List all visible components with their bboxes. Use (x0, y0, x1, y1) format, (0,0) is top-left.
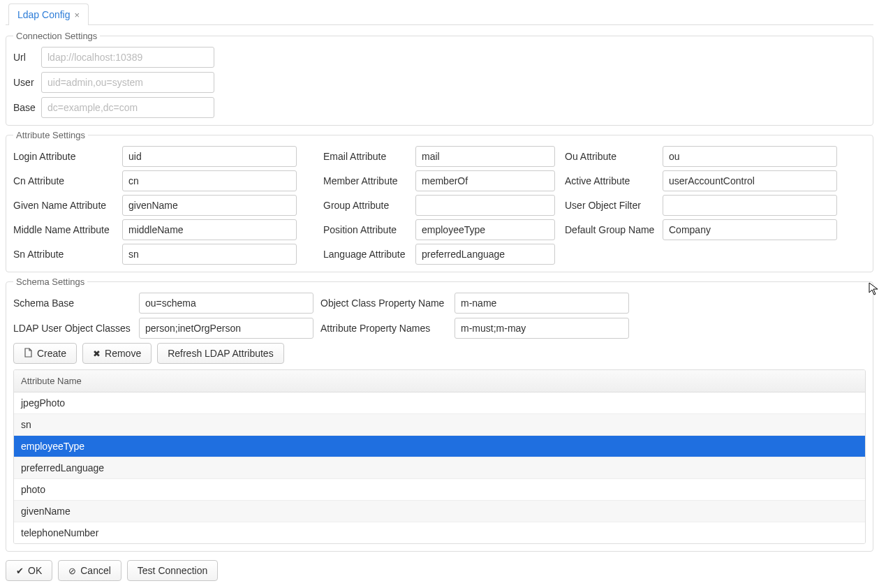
cancel-button[interactable]: ⊘ Cancel (58, 560, 121, 581)
group-attribute-label: Group Attribute (323, 200, 415, 211)
attribute-settings-legend: Attribute Settings (13, 130, 88, 140)
connection-settings-fieldset: Connection Settings Url User Base (6, 31, 873, 126)
email-attribute-label: Email Attribute (323, 151, 415, 162)
test-connection-button[interactable]: Test Connection (127, 560, 218, 581)
remove-button-label: Remove (105, 348, 141, 359)
url-label: Url (13, 52, 41, 63)
ldap-user-object-classes-input[interactable] (139, 318, 313, 339)
attribute-table: Attribute Name jpegPhotosnemployeeTypepr… (13, 369, 866, 544)
tab-label: Ldap Config (17, 9, 71, 20)
position-attribute-label: Position Attribute (323, 224, 415, 235)
url-input[interactable] (41, 47, 214, 68)
cn-attribute-label: Cn Attribute (13, 175, 122, 186)
default-group-name-input[interactable] (663, 219, 837, 240)
ok-button[interactable]: ✔ OK (6, 560, 52, 581)
table-row[interactable]: photo (14, 479, 865, 501)
refresh-ldap-attributes-button[interactable]: Refresh LDAP Attributes (157, 343, 283, 364)
object-class-property-name-input[interactable] (455, 293, 629, 314)
given-name-attribute-label: Given Name Attribute (13, 200, 122, 211)
table-row[interactable]: telephoneNumber (14, 522, 865, 543)
attribute-table-header[interactable]: Attribute Name (14, 370, 865, 392)
default-group-name-label: Default Group Name (565, 224, 663, 235)
attribute-property-names-label: Attribute Property Names (320, 323, 448, 334)
ou-attribute-input[interactable] (663, 146, 837, 167)
login-attribute-input[interactable] (122, 146, 297, 167)
close-icon[interactable]: × (75, 10, 80, 20)
tab-bar: Ldap Config × (6, 3, 873, 25)
given-name-attribute-input[interactable] (122, 195, 297, 216)
sn-attribute-label: Sn Attribute (13, 249, 122, 260)
member-attribute-input[interactable] (415, 170, 555, 191)
login-attribute-label: Login Attribute (13, 151, 122, 162)
test-connection-button-label: Test Connection (138, 565, 207, 576)
table-row[interactable]: employeeType (14, 436, 865, 457)
schema-base-label: Schema Base (13, 297, 132, 309)
cn-attribute-input[interactable] (122, 170, 297, 191)
table-row[interactable]: jpegPhoto (14, 392, 865, 414)
ok-button-label: OK (28, 565, 42, 576)
sn-attribute-input[interactable] (122, 244, 297, 265)
language-attribute-input[interactable] (415, 244, 555, 265)
table-row[interactable]: givenName (14, 501, 865, 522)
active-attribute-label: Active Attribute (565, 175, 663, 186)
attribute-property-names-input[interactable] (455, 318, 629, 339)
refresh-button-label: Refresh LDAP Attributes (168, 348, 273, 359)
attribute-settings-fieldset: Attribute Settings Login Attribute Email… (6, 130, 873, 272)
create-button[interactable]: Create (13, 343, 77, 364)
check-icon: ✔ (16, 566, 24, 575)
schema-settings-fieldset: Schema Settings Schema Base Object Class… (6, 277, 873, 552)
tab-ldap-config[interactable]: Ldap Config × (8, 3, 89, 25)
active-attribute-input[interactable] (663, 170, 837, 191)
file-icon (24, 348, 33, 359)
remove-button[interactable]: ✖ Remove (82, 343, 152, 364)
group-attribute-input[interactable] (415, 195, 555, 216)
table-row[interactable]: sn (14, 414, 865, 436)
base-label: Base (13, 102, 41, 113)
connection-settings-legend: Connection Settings (13, 31, 100, 41)
attribute-table-body[interactable]: jpegPhotosnemployeeTypepreferredLanguage… (14, 392, 865, 543)
schema-settings-legend: Schema Settings (13, 277, 87, 287)
schema-base-input[interactable] (139, 293, 313, 314)
ou-attribute-label: Ou Attribute (565, 151, 663, 162)
ldap-user-object-classes-label: LDAP User Object Classes (13, 323, 132, 334)
create-button-label: Create (37, 348, 66, 359)
user-input[interactable] (41, 72, 214, 93)
user-object-filter-label: User Object Filter (565, 200, 663, 211)
user-label: User (13, 77, 41, 88)
position-attribute-input[interactable] (415, 219, 555, 240)
x-icon: ✖ (93, 349, 101, 358)
middle-name-attribute-input[interactable] (122, 219, 297, 240)
user-object-filter-input[interactable] (663, 195, 837, 216)
cancel-button-label: Cancel (80, 565, 111, 576)
language-attribute-label: Language Attribute (323, 249, 415, 260)
member-attribute-label: Member Attribute (323, 175, 415, 186)
cancel-icon: ⊘ (68, 566, 76, 575)
email-attribute-input[interactable] (415, 146, 555, 167)
attribute-name-column-header: Attribute Name (21, 376, 82, 386)
middle-name-attribute-label: Middle Name Attribute (13, 224, 122, 235)
base-input[interactable] (41, 97, 214, 118)
object-class-property-name-label: Object Class Property Name (320, 297, 448, 309)
table-row[interactable]: preferredLanguage (14, 457, 865, 479)
